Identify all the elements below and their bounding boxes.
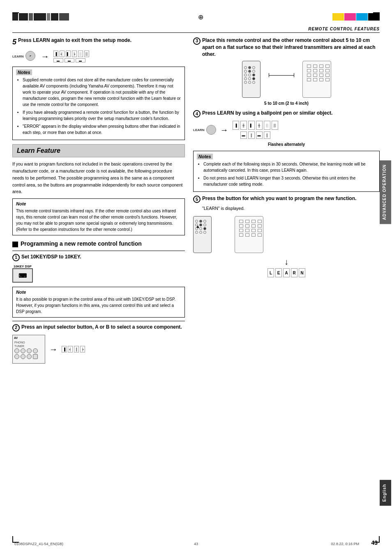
ld15: [252, 81, 255, 84]
arrow-right-icon: →: [41, 52, 49, 61]
step1-circle: 1: [12, 254, 20, 261]
srb2: [245, 220, 249, 223]
notes-title-2: Notes: [197, 154, 213, 159]
color-block-cyan: [356, 13, 368, 21]
step1-illustration: 10KEY DSP ⌨: [12, 265, 185, 283]
srb12: [258, 229, 262, 232]
step4-learn-btn: LEARN: [193, 125, 216, 135]
bar-block-6: [51, 13, 58, 21]
selector-btn-8[interactable]: [33, 354, 38, 359]
remote-right: [302, 61, 331, 98]
av-label: AV: [14, 336, 18, 339]
srb14: [245, 233, 249, 237]
distance-arrow-container: [269, 73, 294, 77]
step5-remote-left: ▲: [193, 216, 212, 253]
tuner-label: TUNER: [14, 345, 38, 348]
remote-left: [242, 61, 261, 98]
top-bar: ⊕: [12, 12, 380, 21]
seg-row-bot: ▬ ▬ ▬: [53, 58, 89, 62]
step3-place: 3 Place this remote control and the othe…: [193, 37, 380, 106]
rb8: [325, 69, 330, 72]
step5-right-text: Press the button for which you want to p…: [202, 195, 356, 202]
sld1: [195, 220, 198, 223]
ld4: [244, 70, 247, 73]
s4: ╞: [80, 346, 85, 352]
st2: ╫: [240, 121, 247, 130]
step2-input: 2 Press an input selector button, A or B…: [12, 321, 185, 364]
notes-box-2: Notes Complete each of the following ste…: [193, 151, 380, 192]
seg-char-4: ╞: [72, 51, 77, 57]
rb4: [325, 64, 330, 68]
rb2: [313, 64, 317, 68]
ld12: [252, 77, 255, 80]
ls4: R: [291, 268, 297, 277]
ld1: [244, 66, 247, 69]
bar-block-1: [12, 13, 18, 21]
selector-btn-5[interactable]: [14, 354, 19, 359]
step2-heading: 2 Press an input selector button, A or B…: [12, 324, 185, 332]
st5: ░: [264, 121, 270, 130]
english-tab: English: [380, 480, 391, 506]
ld9: [252, 74, 255, 76]
ld2: [248, 66, 251, 69]
notes-list-1: Supplied remote control does not store a…: [16, 77, 181, 136]
sb4: ║: [264, 131, 270, 139]
selector-circles-row2: [14, 354, 38, 359]
sb3: ▬: [256, 131, 263, 139]
step5-right: 5 Press the button for which you want to…: [193, 195, 380, 277]
selector-btn-1[interactable]: [14, 348, 19, 353]
rb3: [319, 64, 323, 68]
st1: ▐: [233, 121, 239, 130]
sld9: [203, 227, 206, 230]
rb11: [319, 74, 323, 77]
step5-left-grid: ▲: [195, 220, 210, 234]
learn-display: L E A R N: [193, 268, 380, 277]
arrow-right-2-icon: →: [49, 345, 58, 354]
top-bar-center: ⊕: [69, 13, 332, 21]
learn-pen-icon: ✒: [29, 54, 32, 58]
selector-btn-7[interactable]: [27, 354, 32, 359]
top-bar-left: [12, 13, 69, 21]
note-box-1: Note This remote control transmits infra…: [12, 198, 185, 235]
sub-heading-square-icon: [12, 242, 18, 247]
sld12: [203, 231, 206, 234]
ls1: L: [267, 268, 274, 277]
sld7: [195, 227, 198, 230]
step5-remote-right: [235, 216, 263, 253]
arrow-line: [269, 75, 294, 76]
divider-2: [12, 321, 185, 321]
selector-btn-4[interactable]: [33, 348, 38, 353]
step5-right-grid: [235, 216, 263, 240]
step5-left-dots: ▲: [194, 216, 211, 235]
step4-learn-label: LEARN: [193, 128, 205, 132]
learn-label: LEARN: [12, 55, 24, 58]
page-number: 43: [371, 539, 378, 546]
bar-block-3: [29, 13, 33, 21]
divider-1: [12, 251, 185, 251]
step5-illustration: ▲: [193, 216, 380, 253]
learn-button-area: LEARN ✒: [12, 51, 37, 62]
note-title-1: Note: [16, 201, 181, 206]
main-content: REMOTE CONTROL FEATURES 5 Press LEARN ag…: [12, 27, 380, 539]
step3-heading: 3 Place this remote control and the othe…: [193, 37, 380, 58]
step4-seg-top: ▐ ╫ ▌ ╫ ░ ▒: [233, 121, 278, 130]
step5-right-btn-grid: [239, 220, 259, 237]
tenkey-label: 10KEY DSP: [14, 265, 32, 268]
programming-title: Programming a new remote control functio…: [21, 240, 142, 247]
learn-seg-row: L E A R N: [267, 268, 305, 277]
segment-display-area: ▐ ╡ ▌ ╞ ░ ▒ ▬ ▬ ▬: [53, 51, 89, 62]
ld14: [248, 81, 251, 84]
selector-btn-2[interactable]: [21, 348, 25, 353]
ld3: [252, 66, 255, 69]
selector-btn-6[interactable]: [21, 354, 25, 359]
horiz-arrow: [269, 73, 294, 77]
notes-item-2: If you have already programmed a remote …: [23, 109, 181, 122]
rb12: [325, 74, 330, 77]
distance-label: 5 to 10 cm (2 to 4 inch): [193, 101, 380, 106]
sld11: [199, 231, 202, 234]
rb9: [307, 74, 311, 77]
step2-circle: 2: [12, 324, 20, 332]
selector-btn-3[interactable]: [27, 348, 32, 353]
step3-circle: 3: [193, 37, 201, 45]
step4-circle: 4: [193, 110, 201, 117]
